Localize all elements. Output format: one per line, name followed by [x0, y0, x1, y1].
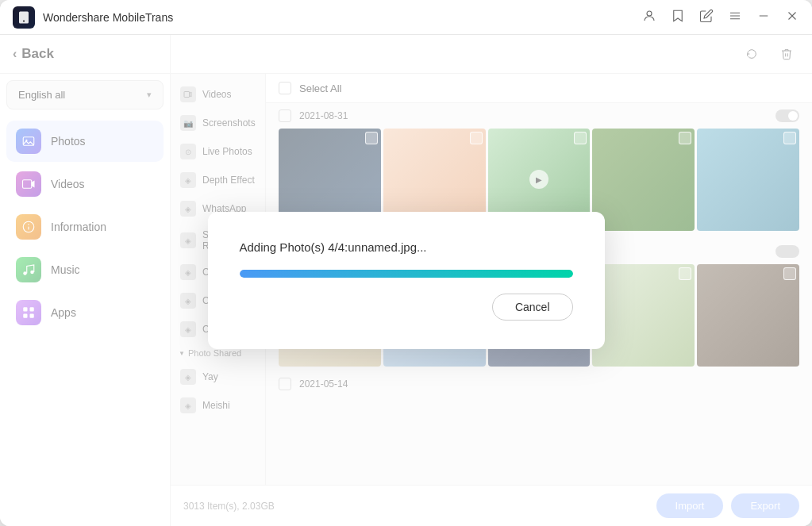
dialog-actions: Cancel: [240, 294, 573, 321]
progress-bar-fill: [240, 270, 573, 278]
svg-point-2: [647, 11, 652, 16]
cancel-button[interactable]: Cancel: [492, 294, 573, 321]
title-bar: Wondershare MobileTrans: [0, 0, 812, 35]
edit-icon[interactable]: [699, 9, 714, 26]
person-icon[interactable]: [642, 9, 656, 26]
minimize-icon[interactable]: [756, 9, 771, 26]
bookmark-icon[interactable]: [671, 9, 685, 26]
dialog-overlay: Adding Photo(s) 4/4:unnamed.jpg... Cance…: [0, 35, 812, 526]
menu-icon[interactable]: [728, 9, 742, 26]
svg-point-1: [23, 20, 25, 21]
content-area: ‹ Back English all ▾ Photos: [0, 35, 812, 526]
title-bar-left: Wondershare MobileTrans: [13, 6, 173, 29]
progress-message: Adding Photo(s) 4/4:unnamed.jpg...: [240, 240, 573, 254]
app-icon: [13, 6, 35, 29]
progress-bar-container: [240, 270, 573, 278]
title-bar-controls: [642, 9, 799, 26]
progress-dialog: Adding Photo(s) 4/4:unnamed.jpg... Cance…: [208, 212, 605, 349]
app-window: Wondershare MobileTrans: [0, 0, 812, 526]
app-title: Wondershare MobileTrans: [43, 11, 173, 24]
close-icon[interactable]: [785, 9, 799, 26]
